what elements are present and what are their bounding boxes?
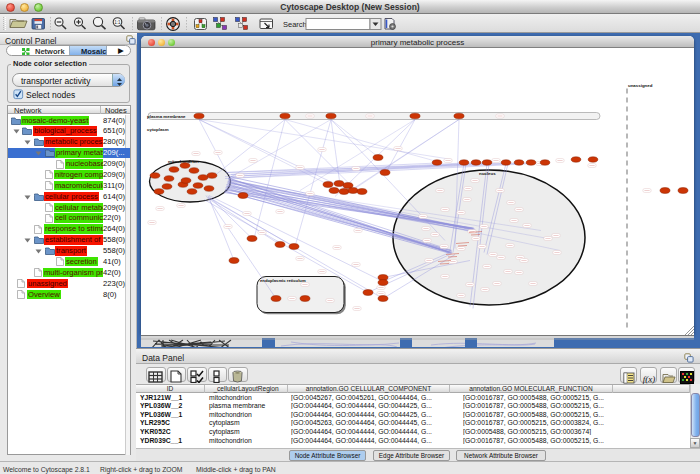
svg-text:Search:: Search:: [283, 20, 309, 29]
svg-text:endoplasmic reticulum: endoplasmic reticulum: [260, 277, 306, 282]
svg-text:cytoplasm: cytoplasm: [147, 126, 169, 131]
svg-text:unassigned: unassigned: [628, 82, 653, 87]
svg-text:plasma membrane: plasma membrane: [147, 113, 186, 118]
svg-text:f(x): f(x): [642, 373, 655, 383]
svg-text:nucleus: nucleus: [479, 170, 496, 175]
svg-text:1:1: 1:1: [114, 20, 121, 25]
